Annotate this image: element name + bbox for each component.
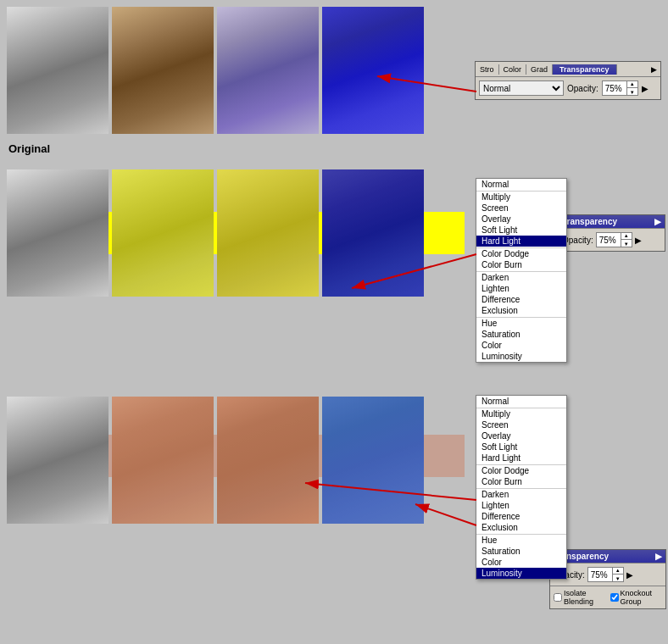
dd2-normal[interactable]: Normal bbox=[476, 396, 566, 407]
opacity-bot-up[interactable]: ▲ bbox=[613, 567, 623, 575]
dd1-luminosity[interactable]: Luminosity bbox=[476, 351, 566, 362]
dd2-multiply[interactable]: Multiply bbox=[476, 408, 566, 419]
dd2-saturation[interactable]: Saturation bbox=[476, 546, 566, 557]
mid-img-3 bbox=[217, 169, 319, 297]
blend-mode-select-top[interactable]: Normal bbox=[479, 80, 564, 96]
dd2-screen[interactable]: Screen bbox=[476, 419, 566, 430]
blend-dropdown-2: Normal Multiply Screen Overlay Soft Ligh… bbox=[476, 395, 567, 580]
opacity-value-top: 75% bbox=[603, 84, 626, 93]
dd2-luminosity[interactable]: Luminosity bbox=[476, 568, 566, 579]
top-img-4 bbox=[322, 7, 424, 134]
original-label: Original bbox=[8, 142, 50, 155]
dd2-color[interactable]: Color bbox=[476, 557, 566, 568]
mid-img-4 bbox=[322, 169, 424, 297]
dd1-softlight[interactable]: Soft Light bbox=[476, 225, 566, 236]
panel-mid-title: Transparency bbox=[562, 217, 617, 226]
opacity-value-mid: 75% bbox=[597, 236, 621, 245]
dd1-screen[interactable]: Screen bbox=[476, 203, 566, 214]
panel-bot-expand[interactable]: ▶ bbox=[626, 570, 633, 580]
section2 bbox=[7, 169, 424, 297]
tab-gradient[interactable]: Grad bbox=[526, 64, 553, 75]
top-img-3 bbox=[217, 7, 319, 134]
top-img-1 bbox=[7, 7, 109, 134]
section1 bbox=[7, 7, 424, 134]
dd1-lighten[interactable]: Lighten bbox=[476, 283, 566, 294]
dd2-lighten[interactable]: Lighten bbox=[476, 500, 566, 511]
mid-img-1 bbox=[7, 169, 109, 297]
isolate-label: Isolate Blending bbox=[564, 589, 605, 606]
dd2-darken[interactable]: Darken bbox=[476, 489, 566, 500]
dd2-softlight[interactable]: Soft Light bbox=[476, 441, 566, 452]
opacity-label-top: Opacity: bbox=[567, 84, 598, 93]
panel-menu-btn[interactable]: ▶ bbox=[648, 64, 660, 75]
opacity-mid-down[interactable]: ▼ bbox=[621, 240, 632, 247]
dd1-colorburn[interactable]: Color Burn bbox=[476, 259, 566, 270]
knockout-checkbox[interactable] bbox=[610, 593, 619, 602]
dd2-hardlight[interactable]: Hard Light bbox=[476, 452, 566, 464]
panel-bot-btn[interactable]: ▶ bbox=[655, 552, 662, 561]
opacity-value-bot: 75% bbox=[588, 570, 612, 580]
bot-img-2 bbox=[112, 397, 214, 524]
bot-img-1 bbox=[7, 397, 109, 524]
opacity-mid-up[interactable]: ▲ bbox=[621, 232, 632, 240]
dd2-colordodge[interactable]: Color Dodge bbox=[476, 465, 566, 476]
dd1-darken[interactable]: Darken bbox=[476, 272, 566, 283]
blend-dropdown-1: Normal Multiply Screen Overlay Soft Ligh… bbox=[476, 178, 567, 363]
mid-image-row bbox=[7, 169, 424, 297]
transparency-panel-mid: Transparency ▶ Opacity: 75% ▲ ▼ ▶ bbox=[558, 214, 665, 252]
top-img-2 bbox=[112, 7, 214, 134]
bot-img-3 bbox=[217, 397, 319, 524]
dd2-difference[interactable]: Difference bbox=[476, 511, 566, 522]
mid-img-2 bbox=[112, 169, 214, 297]
section3 bbox=[7, 397, 424, 524]
isolate-checkbox[interactable] bbox=[554, 593, 562, 602]
dd1-difference[interactable]: Difference bbox=[476, 294, 566, 305]
dd1-overlay[interactable]: Overlay bbox=[476, 214, 566, 225]
knockout-group-check[interactable]: Knockout Group bbox=[610, 589, 662, 606]
knockout-label: Knockout Group bbox=[621, 589, 662, 606]
tab-transparency[interactable]: Transparency bbox=[553, 64, 617, 75]
bot-image-row bbox=[7, 397, 424, 524]
panel-expand-btn[interactable]: ▶ bbox=[642, 84, 649, 93]
dd1-hue[interactable]: Hue bbox=[476, 318, 566, 329]
transparency-panel-top: Stro Color Grad Transparency ▶ Normal Op… bbox=[475, 61, 661, 100]
tab-color[interactable]: Color bbox=[499, 64, 527, 75]
dd1-normal[interactable]: Normal bbox=[476, 179, 566, 190]
dd1-hardlight[interactable]: Hard Light bbox=[476, 236, 566, 247]
opacity-bot-down[interactable]: ▼ bbox=[613, 575, 623, 582]
dd1-exclusion[interactable]: Exclusion bbox=[476, 305, 566, 316]
dd1-multiply[interactable]: Multiply bbox=[476, 192, 566, 203]
panel-mid-btn[interactable]: ▶ bbox=[654, 217, 661, 226]
opacity-down-btn[interactable]: ▼ bbox=[627, 88, 637, 96]
dd2-exclusion[interactable]: Exclusion bbox=[476, 522, 566, 533]
bot-img-4 bbox=[322, 397, 424, 524]
dd1-color[interactable]: Color bbox=[476, 340, 566, 351]
tab-stroke[interactable]: Stro bbox=[476, 64, 499, 75]
isolate-blending-check[interactable]: Isolate Blending bbox=[554, 589, 605, 606]
dd1-colordodge[interactable]: Color Dodge bbox=[476, 248, 566, 259]
opacity-up-btn[interactable]: ▲ bbox=[627, 80, 637, 88]
dd2-overlay[interactable]: Overlay bbox=[476, 430, 566, 441]
dd1-saturation[interactable]: Saturation bbox=[476, 329, 566, 340]
dd2-colorburn[interactable]: Color Burn bbox=[476, 476, 566, 487]
panel-mid-expand[interactable]: ▶ bbox=[635, 236, 642, 245]
top-image-row bbox=[7, 7, 424, 134]
dd2-hue[interactable]: Hue bbox=[476, 535, 566, 546]
svg-line-4 bbox=[415, 504, 476, 525]
